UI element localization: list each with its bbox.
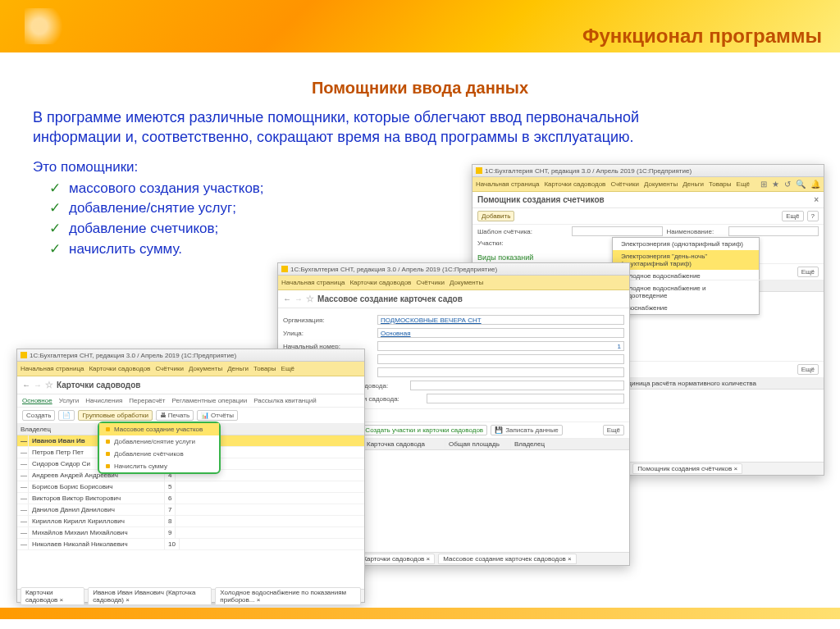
back-icon[interactable]: ← bbox=[283, 294, 291, 303]
window-title: 1С:Бухгалтерия CНТ, редакция 3.0 / Апрел… bbox=[30, 352, 236, 359]
tab[interactable]: Начисления bbox=[85, 397, 122, 404]
template-input[interactable] bbox=[572, 226, 663, 236]
org-input[interactable]: ПОДМОСКОВНЫЕ ВЕЧЕРА СНТ bbox=[377, 315, 624, 325]
nav-item[interactable]: Карточки садоводов bbox=[349, 279, 411, 286]
heading: Помощник создания счетчиков bbox=[477, 195, 605, 204]
add-button[interactable]: Добавить bbox=[477, 211, 514, 221]
dropdown-item[interactable]: Добавление счётчиков bbox=[99, 448, 219, 460]
nav-item[interactable]: Товары bbox=[709, 180, 732, 188]
toolbar: Создать 📄 Групповые обработки 🖶Печать 📊О… bbox=[17, 408, 364, 424]
nav-item[interactable]: Начальная страница bbox=[476, 180, 539, 188]
nav-item[interactable]: Ещё bbox=[281, 365, 294, 372]
footer-tab[interactable]: Карточки садоводов × bbox=[358, 554, 435, 564]
table-row[interactable]: —Данилов Данил Данилович7 bbox=[17, 504, 364, 516]
table-row[interactable]: —Михайлов Михаил Михайлович9 bbox=[17, 527, 364, 539]
more-button[interactable]: Ещё bbox=[797, 364, 819, 375]
table-row[interactable]: —Николаев Николай Николаевич10 bbox=[17, 539, 364, 550]
window-titlebar[interactable]: 1С:Бухгалтерия CНТ, редакция 3.0 / Апрел… bbox=[17, 349, 364, 362]
star-icon[interactable]: ★ bbox=[772, 180, 779, 189]
label: Наименование: bbox=[667, 228, 724, 235]
create-button[interactable]: Создать bbox=[22, 410, 55, 421]
tab[interactable]: Рассылка квитанций bbox=[253, 397, 316, 404]
nav-item[interactable]: Документы bbox=[644, 180, 678, 188]
tab[interactable]: Регламентные операции bbox=[171, 397, 247, 404]
grid-icon[interactable]: ⊞ bbox=[760, 180, 767, 189]
history-icon[interactable]: ↺ bbox=[784, 180, 791, 189]
star-icon[interactable]: ☆ bbox=[45, 380, 53, 390]
window-titlebar[interactable]: 1С:Бухгалтерия CНТ, редакция 3.0 / Апрел… bbox=[278, 263, 629, 276]
name-input[interactable] bbox=[728, 226, 819, 236]
table-row[interactable]: —Борисов Борис Борисович5 bbox=[17, 481, 364, 493]
dropdown-item[interactable]: Добавление/снятие услуги bbox=[99, 435, 219, 448]
nav-item[interactable]: Начальная страница bbox=[281, 279, 345, 286]
nav-item[interactable]: Товары bbox=[253, 365, 276, 372]
nav-item[interactable]: Счётчики bbox=[155, 365, 184, 372]
footer-tabs: Карточки садоводов × Иванов Иван Иванови… bbox=[17, 589, 364, 602]
label: Организация: bbox=[283, 317, 373, 324]
page-subtitle: Помощники ввода данных bbox=[0, 79, 840, 98]
tab[interactable]: Перерасчёт bbox=[129, 397, 165, 404]
more-button[interactable]: Ещё bbox=[797, 267, 819, 277]
street-input[interactable]: Основная bbox=[377, 328, 624, 338]
create-button[interactable]: ⟳Создать участки и карточки садоводов bbox=[353, 425, 487, 435]
copy-button[interactable]: 📄 bbox=[58, 410, 75, 421]
dropdown-item[interactable]: Газоснабжение bbox=[613, 302, 759, 314]
nav-item[interactable]: Деньги bbox=[227, 365, 249, 372]
print-button[interactable]: 🖶Печать bbox=[156, 410, 194, 421]
footer-tab[interactable]: Массовое создание карточек садоводов × bbox=[438, 554, 577, 564]
page-title: Функционал программы bbox=[582, 25, 822, 48]
nav-item[interactable]: Счётчики bbox=[610, 180, 639, 188]
nav-item[interactable]: Документы bbox=[189, 365, 222, 372]
nav-item[interactable]: Счётчики bbox=[416, 279, 445, 286]
intro-text: В программе имеются различные помощники,… bbox=[33, 107, 656, 148]
app-icon bbox=[476, 167, 482, 174]
fwd-icon[interactable]: → bbox=[34, 381, 42, 390]
save-button[interactable]: 💾Записать данные bbox=[491, 425, 563, 435]
nav-item[interactable]: Карточки садоводов bbox=[89, 365, 150, 372]
decorative-banner: Функционал программы bbox=[0, 0, 840, 52]
star-icon[interactable]: ☆ bbox=[306, 294, 314, 304]
nav-item[interactable]: Карточки садоводов bbox=[544, 180, 605, 188]
group-ops-button[interactable]: Групповые обработки bbox=[78, 410, 152, 421]
page-heading-row: Помощник создания счетчиков × bbox=[472, 192, 824, 208]
startcard-input[interactable] bbox=[427, 394, 624, 403]
reports-button[interactable]: 📊Отчёты bbox=[197, 410, 238, 421]
footer-tab[interactable]: Иванов Иван Иванович (Карточка садовода)… bbox=[88, 587, 212, 605]
more-button[interactable]: Ещё bbox=[603, 425, 624, 435]
tab[interactable]: Услуги bbox=[59, 397, 80, 404]
table-row[interactable]: —Кириллов Кирилл Кириллович8 bbox=[17, 516, 364, 527]
dropdown-item[interactable]: Холодное водоснабжение и водоотведение bbox=[613, 282, 759, 302]
back-icon[interactable]: ← bbox=[22, 381, 30, 390]
bell-icon[interactable]: 🔔 bbox=[810, 180, 820, 189]
footer-tab[interactable]: Холодное водоснабжение по показаниям при… bbox=[215, 587, 361, 605]
fwd-icon[interactable]: → bbox=[294, 294, 303, 303]
more-button[interactable]: Ещё bbox=[782, 211, 803, 221]
dropdown-item[interactable]: Электроэнергия (однотарифный тариф) bbox=[613, 238, 759, 250]
start-input[interactable]: 1 bbox=[377, 341, 624, 351]
search-icon[interactable]: 🔍 bbox=[796, 180, 806, 189]
footer-tab[interactable]: Помощник создания счётчиков × bbox=[632, 463, 742, 474]
window-titlebar[interactable]: 1С:Бухгалтерия CНТ, редакция 3.0 / Апрел… bbox=[472, 165, 824, 177]
nav-item[interactable]: Ещё bbox=[737, 180, 750, 188]
label: Шаблон счётчика: bbox=[477, 228, 568, 235]
tab[interactable]: Основное bbox=[22, 397, 52, 404]
th: Карточка садовода bbox=[363, 439, 445, 449]
page-heading-row: ← → ☆ Массовое создание карточек садов bbox=[278, 290, 629, 308]
end-input[interactable] bbox=[377, 354, 624, 364]
date-input[interactable] bbox=[410, 381, 624, 390]
window-title: 1С:Бухгалтерия CНТ, редакция 3.0 / Апрел… bbox=[485, 167, 692, 175]
table-row[interactable]: —Викторов Виктор Викторович6 bbox=[17, 493, 364, 504]
nav-item[interactable]: Деньги bbox=[682, 180, 704, 188]
nav-item[interactable]: Начальная страница bbox=[21, 365, 84, 372]
dropdown-item[interactable]: Массовое создание участков bbox=[99, 423, 219, 435]
heading: Массовое создание карточек садов bbox=[317, 294, 463, 303]
footer-tab[interactable]: Карточки садоводов × bbox=[21, 587, 84, 605]
page-heading-row: ← → ☆ Карточки садоводов bbox=[17, 376, 364, 394]
close-icon[interactable]: × bbox=[814, 195, 819, 204]
group-ops-dropdown: Массовое создание участков Добавление/сн… bbox=[98, 422, 221, 474]
nav-item[interactable]: Документы bbox=[450, 279, 483, 286]
help-button[interactable]: ? bbox=[807, 211, 819, 221]
dropdown-item[interactable]: Начислить сумму bbox=[99, 460, 219, 472]
type-input[interactable] bbox=[377, 367, 624, 377]
main-navbar: Начальная страница Карточки садоводов Сч… bbox=[472, 177, 824, 192]
